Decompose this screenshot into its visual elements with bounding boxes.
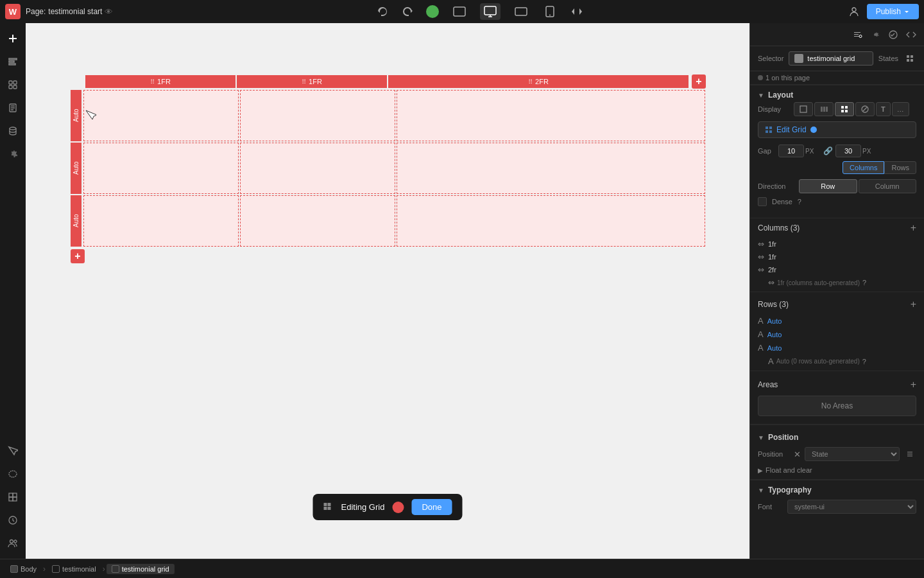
column-track-2[interactable]: ⇔ 2fr	[750, 263, 924, 276]
position-options-btn[interactable]	[903, 448, 916, 460]
selector-options-button[interactable]	[903, 52, 916, 65]
columns-section: Columns (3) + ⇔ 1fr ⇔ 1fr ⇔ 2fr ⇔ 1fr (c…	[750, 218, 924, 292]
add-area-button[interactable]: +	[911, 379, 916, 390]
dense-checkbox[interactable]	[758, 197, 767, 206]
display-grid-btn[interactable]	[835, 102, 854, 116]
sidebar-lasso-icon[interactable]	[3, 464, 23, 484]
sidebar-components-icon[interactable]	[3, 487, 23, 507]
undo-button[interactable]	[375, 4, 390, 19]
device-tablet-large[interactable]	[449, 3, 470, 20]
breadcrumb-testimonial[interactable]: testimonial	[47, 564, 101, 574]
device-mobile[interactable]	[542, 3, 558, 20]
font-select[interactable]: system-ui	[787, 500, 916, 514]
gap-tab-columns[interactable]: Columns	[843, 161, 884, 174]
interactions-panel-icon[interactable]	[886, 27, 901, 42]
rows-header[interactable]: Rows (3) +	[750, 295, 924, 314]
gap-columns-input[interactable]	[778, 144, 804, 157]
row-track-1[interactable]: A Auto	[750, 328, 924, 341]
div-icon-0	[52, 565, 60, 573]
breadcrumb-testimonial-grid[interactable]: testimonial grid	[107, 564, 175, 574]
direction-column-btn[interactable]: Column	[859, 179, 917, 193]
typography-section-header[interactable]: ▼ Typography	[750, 480, 924, 497]
gap-link-icon[interactable]: 🔗	[822, 146, 834, 155]
row-track-0[interactable]: A Auto	[750, 314, 924, 328]
grid-cell-1-2[interactable]	[397, 143, 706, 194]
row-track-icon-2: A	[758, 343, 764, 353]
sidebar-add-icon[interactable]	[3, 28, 23, 49]
dense-help-icon[interactable]: ?	[798, 198, 801, 206]
page-label-text: Page:	[26, 7, 46, 16]
selector-box[interactable]: testimonial grid	[789, 51, 873, 66]
svg-rect-7	[9, 38, 17, 39]
edit-grid-active-dot	[810, 127, 817, 133]
display-more-btn[interactable]: …	[892, 102, 909, 116]
column-header-2[interactable]: ⠿ 2FR	[388, 75, 689, 88]
svg-rect-14	[13, 85, 17, 89]
position-section-header[interactable]: ▼ Position	[750, 428, 924, 444]
row-track-2[interactable]: A Auto	[750, 341, 924, 355]
grid-cell-2-2[interactable]	[397, 195, 706, 247]
columns-header[interactable]: Columns (3) +	[750, 218, 924, 238]
float-clear-row[interactable]: ▶ Float and clear	[750, 464, 924, 479]
sidebar-pages-icon[interactable]	[3, 98, 23, 118]
svg-rect-31	[907, 55, 909, 58]
column-auto-help[interactable]: ?	[862, 279, 866, 286]
grid-cell-2-0[interactable]	[83, 195, 239, 247]
breadcrumb-bar: Body › testimonial › testimonial grid	[0, 559, 924, 578]
direction-row-btn[interactable]: Row	[799, 179, 857, 193]
grid-cell-0-0[interactable]	[83, 90, 239, 141]
row-label-0[interactable]: Auto	[71, 90, 81, 141]
row-auto-help[interactable]: ?	[862, 358, 866, 365]
display-flex-btn[interactable]	[814, 102, 834, 116]
position-state-select[interactable]: State	[805, 447, 900, 461]
add-column-button[interactable]: +	[692, 74, 706, 89]
code-toggle-button[interactable]	[569, 4, 585, 19]
grid-cell-1-0[interactable]	[83, 143, 239, 194]
canvas-area[interactable]: ⠿ 1FR ⠿ 1FR ⠿ 2FR + Auto	[26, 23, 749, 559]
svg-point-29	[859, 35, 862, 37]
display-block-btn[interactable]	[794, 102, 813, 116]
row-label-2[interactable]: Auto	[71, 195, 81, 247]
page-eye-icon[interactable]: 👁	[105, 7, 113, 17]
edit-grid-button[interactable]: Edit Grid	[758, 121, 916, 138]
device-tablet-landscape[interactable]	[511, 3, 531, 20]
grid-cell-0-1[interactable]	[240, 90, 395, 141]
sidebar-select-icon[interactable]	[3, 441, 23, 461]
add-column-track-button[interactable]: +	[911, 222, 916, 234]
sidebar-users-icon[interactable]	[3, 533, 23, 554]
settings-panel-icon[interactable]	[868, 27, 883, 42]
grid-cell-1-1[interactable]	[240, 143, 395, 194]
custom-code-panel-icon[interactable]	[903, 27, 919, 42]
user-icon-button[interactable]	[846, 4, 862, 19]
done-button[interactable]: Done	[411, 499, 452, 515]
column-track-0[interactable]: ⇔ 1fr	[750, 238, 924, 250]
grid-cell-0-2[interactable]	[397, 90, 706, 141]
breadcrumb-body[interactable]: Body	[5, 564, 42, 574]
gap-tab-rows[interactable]: Rows	[884, 161, 916, 174]
display-text-btn[interactable]: T	[876, 102, 891, 116]
row-label-1[interactable]: Auto	[71, 143, 81, 194]
redo-button[interactable]	[400, 4, 416, 19]
sidebar-settings-icon[interactable]	[3, 144, 23, 164]
svg-rect-25	[324, 503, 327, 506]
position-clear-button[interactable]: ✕	[794, 450, 801, 459]
device-desktop[interactable]	[480, 3, 501, 20]
grid-cell-2-1[interactable]	[240, 195, 395, 247]
sidebar-assets-icon[interactable]	[3, 74, 23, 95]
drag-handle-icon-1: ⠿	[302, 78, 306, 85]
publish-button[interactable]: Publish	[867, 4, 919, 19]
display-none-btn[interactable]	[855, 102, 875, 116]
column-header-1[interactable]: ⠿ 1FR	[237, 75, 387, 88]
add-row-button[interactable]: +	[71, 249, 85, 263]
layout-section-header[interactable]: ▼ Layout	[750, 85, 924, 102]
style-panel-icon[interactable]	[850, 27, 865, 42]
sidebar-cms-icon[interactable]	[3, 121, 23, 141]
column-header-0[interactable]: ⠿ 1FR	[85, 75, 235, 88]
no-areas-button[interactable]: No Areas	[758, 396, 916, 416]
sidebar-app-icon[interactable]	[3, 510, 23, 530]
gap-rows-input[interactable]	[835, 144, 861, 157]
add-row-track-button[interactable]: +	[911, 299, 916, 310]
sidebar-navigator-icon[interactable]	[3, 51, 23, 72]
column-track-1[interactable]: ⇔ 1fr	[750, 250, 924, 263]
gap-inputs: PX 🔗 PX	[778, 144, 916, 157]
